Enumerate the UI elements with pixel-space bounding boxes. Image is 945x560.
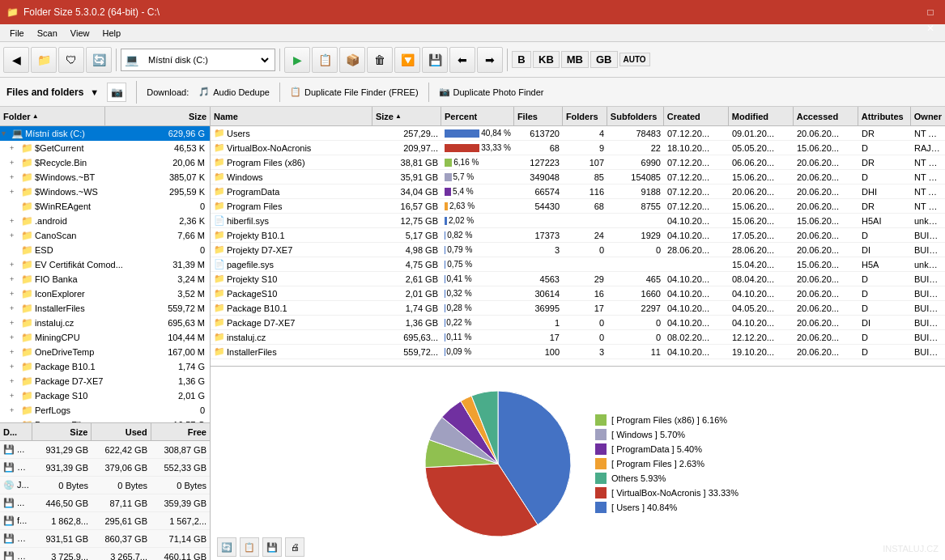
drive-col-size[interactable]: Size bbox=[32, 423, 92, 440]
filter-button[interactable]: 🔽 bbox=[394, 47, 420, 73]
export-button[interactable]: 💾 bbox=[422, 47, 448, 73]
tree-item[interactable]: + 📁 $Windows.~BT 385,07 K bbox=[0, 170, 210, 185]
tree-expand[interactable]: + bbox=[10, 377, 21, 385]
file-row[interactable]: 📁 Windows 35,91 GB 5,7 % 349048 85 15408… bbox=[211, 170, 945, 185]
drive-row[interactable]: 💾 S... 931,39 GB 379,06 GB 552,33 GB bbox=[0, 459, 210, 477]
col-owner[interactable]: Owner bbox=[911, 107, 945, 125]
tree-item[interactable]: + 📁 Package D7-XE7 1,36 G bbox=[0, 374, 210, 388]
tree-item[interactable]: + 📁 OneDriveTemp 167,00 M bbox=[0, 345, 210, 359]
file-list-body[interactable]: 📁 Users 257,29... 40,84 % 613720 4 78483… bbox=[211, 126, 945, 366]
tree-expand[interactable]: + bbox=[10, 290, 21, 298]
file-row[interactable]: 📁 Users 257,29... 40,84 % 613720 4 78483… bbox=[211, 126, 945, 141]
file-row[interactable]: 📁 Projekty D7-XE7 4,98 GB 0,79 % 3 0 0 2… bbox=[211, 243, 945, 257]
file-row[interactable]: 📁 ProgramData 34,04 GB 5,4 % 66574 116 9… bbox=[211, 185, 945, 199]
tree-item[interactable]: 📁 $WinREAgent 0 bbox=[0, 199, 210, 214]
col-attributes[interactable]: Attributes bbox=[858, 107, 911, 125]
col-subfolders[interactable]: Subfolders bbox=[607, 107, 664, 125]
link-duplicate-finder[interactable]: 📋 Duplicate File Finder (FREE) bbox=[290, 87, 419, 97]
tree-body[interactable]: ▼ 💻 Místní disk (C:) 629,96 G + 📁 $GetCu… bbox=[0, 126, 210, 422]
maximize-button[interactable]: □ bbox=[922, 4, 939, 20]
tree-expand[interactable]: + bbox=[10, 231, 21, 240]
tree-item[interactable]: 📁 ESD 0 bbox=[0, 243, 210, 257]
tree-expand[interactable]: + bbox=[10, 173, 21, 181]
ff-dropdown-arrow[interactable]: ▼ bbox=[90, 87, 99, 97]
drive-row[interactable]: 💾 ... 931,29 GB 622,42 GB 308,87 GB bbox=[0, 441, 210, 459]
file-row[interactable]: 📁 PackageS10 2,01 GB 0,32 % 30614 16 166… bbox=[211, 286, 945, 301]
tree-expand[interactable]: + bbox=[10, 319, 21, 327]
size-col-header[interactable]: Size bbox=[105, 107, 210, 125]
file-row[interactable]: 📁 Projekty S10 2,61 GB 0,41 % 4563 29 46… bbox=[211, 272, 945, 286]
chart-btn-3[interactable]: 💾 bbox=[262, 537, 282, 557]
tree-expand[interactable]: + bbox=[10, 304, 21, 312]
delete-button[interactable]: 🗑 bbox=[367, 47, 393, 73]
col-modified[interactable]: Modified bbox=[729, 107, 794, 125]
tree-item[interactable]: + 📁 instaluj.cz 695,63 M bbox=[0, 316, 210, 330]
size-gb[interactable]: GB bbox=[590, 51, 618, 68]
drive-select[interactable]: Místní disk (C:) bbox=[142, 50, 271, 70]
tree-item[interactable]: + 📁 CanoScan 7,66 M bbox=[0, 228, 210, 243]
drive-row[interactable]: 💾 d... 3 725,9... 3 265,7... 460,11 GB bbox=[0, 548, 210, 560]
menu-scan[interactable]: Scan bbox=[31, 27, 64, 40]
link-photo-finder[interactable]: 📷 Duplicate Photo Finder bbox=[439, 87, 544, 97]
chart-btn-1[interactable]: 🔄 bbox=[217, 537, 236, 557]
tree-item[interactable]: + 📁 $Windows.~WS 295,59 K bbox=[0, 185, 210, 199]
file-row[interactable]: 📁 InstallerFiles 559,72... 0,09 % 100 3 … bbox=[211, 345, 945, 359]
tree-expand[interactable]: + bbox=[10, 406, 21, 414]
scan-button[interactable]: 📁 bbox=[31, 47, 57, 73]
tree-item[interactable]: + 📁 InstallerFiles 559,72 M bbox=[0, 301, 210, 316]
tree-item[interactable]: + 📁 FIO Banka 3,24 M bbox=[0, 272, 210, 286]
tree-item[interactable]: + 📁 Package B10.1 1,74 G bbox=[0, 359, 210, 374]
drive-row[interactable]: 💾 ... 446,50 GB 87,11 GB 359,39 GB bbox=[0, 494, 210, 512]
drive-row[interactable]: 💿 J... 0 Bytes 0 Bytes 0 Bytes bbox=[0, 477, 210, 494]
size-auto[interactable]: AUTO bbox=[619, 53, 650, 66]
play-button[interactable]: ▶ bbox=[284, 47, 310, 73]
size-mb[interactable]: MB bbox=[561, 51, 589, 68]
drive-row[interactable]: 💾 e... 931,51 GB 860,37 GB 71,14 GB bbox=[0, 530, 210, 548]
tree-item[interactable]: + 📁 EV Certifikát Comod... 31,39 M bbox=[0, 257, 210, 272]
tree-item[interactable]: + 📁 .android 2,36 K bbox=[0, 214, 210, 228]
prev-button[interactable]: ⬅ bbox=[449, 47, 475, 73]
tree-expand[interactable]: ▼ bbox=[0, 129, 11, 138]
copy-button[interactable]: 📋 bbox=[312, 47, 338, 73]
file-row[interactable]: 📄 hiberfil.sys 12,75 GB 2,02 % 04.10.20.… bbox=[211, 214, 945, 228]
size-b[interactable]: B bbox=[512, 51, 531, 68]
file-row[interactable]: 📁 Package D7-XE7 1,36 GB 0,22 % 1 0 0 04… bbox=[211, 316, 945, 330]
tree-item[interactable]: + 📁 PerfLogs 0 bbox=[0, 403, 210, 418]
col-folders[interactable]: Folders bbox=[563, 107, 607, 125]
file-row[interactable]: 📁 instaluj.cz 695,63... 0,11 % 17 0 0 08… bbox=[211, 330, 945, 345]
file-row[interactable]: 📁 Program Files 16,57 GB 2,63 % 54430 68… bbox=[211, 199, 945, 214]
col-files[interactable]: Files bbox=[514, 107, 563, 125]
menu-file[interactable]: File bbox=[3, 27, 31, 40]
col-size[interactable]: Size ▲ bbox=[372, 107, 441, 125]
folder-col-header[interactable]: Folder ▲ bbox=[0, 107, 105, 125]
file-row[interactable]: 📁 Program Files (x86) 38,81 GB 6,16 % 12… bbox=[211, 155, 945, 170]
col-accessed[interactable]: Accessed bbox=[794, 107, 858, 125]
move-button[interactable]: 📦 bbox=[339, 47, 365, 73]
drive-col-used[interactable]: Used bbox=[92, 423, 151, 440]
tree-item[interactable]: + 📁 $Recycle.Bin 20,06 M bbox=[0, 155, 210, 170]
tree-item[interactable]: + 📁 $GetCurrent 46,53 K bbox=[0, 141, 210, 155]
ff-icon-btn-1[interactable]: 📷 bbox=[107, 83, 126, 102]
chart-btn-2[interactable]: 📋 bbox=[240, 537, 259, 557]
tree-expand[interactable]: + bbox=[10, 363, 21, 371]
tree-expand[interactable]: + bbox=[10, 392, 21, 400]
shield-button[interactable]: 🛡 bbox=[58, 47, 84, 73]
next-button[interactable]: ➡ bbox=[477, 47, 503, 73]
tree-expand[interactable]: + bbox=[10, 261, 21, 269]
tree-expand[interactable]: + bbox=[10, 348, 21, 356]
drive-row[interactable]: 💾 f... 1 862,8... 295,61 GB 1 567,2... bbox=[0, 512, 210, 530]
col-created[interactable]: Created bbox=[664, 107, 729, 125]
file-row[interactable]: 📄 pagefile.sys 4,75 GB 0,75 % 15.04.20..… bbox=[211, 257, 945, 272]
tree-item[interactable]: + 📁 IconExplorer 3,52 M bbox=[0, 286, 210, 301]
refresh-button[interactable]: 🔄 bbox=[86, 47, 112, 73]
col-name[interactable]: Name bbox=[211, 107, 372, 125]
tree-expand[interactable]: + bbox=[10, 217, 21, 225]
tree-expand[interactable]: + bbox=[10, 333, 21, 342]
col-percent[interactable]: Percent bbox=[441, 107, 514, 125]
file-row[interactable]: 📁 VirtualBox-NoAcronis 209,97... 33,33 %… bbox=[211, 141, 945, 155]
tree-expand[interactable]: + bbox=[10, 188, 21, 196]
close-button[interactable]: ✕ bbox=[922, 20, 939, 36]
back-button[interactable]: ◀ bbox=[3, 47, 29, 73]
chart-btn-4[interactable]: 🖨 bbox=[285, 537, 304, 557]
tree-item[interactable]: + 📁 Package S10 2,01 G bbox=[0, 388, 210, 403]
